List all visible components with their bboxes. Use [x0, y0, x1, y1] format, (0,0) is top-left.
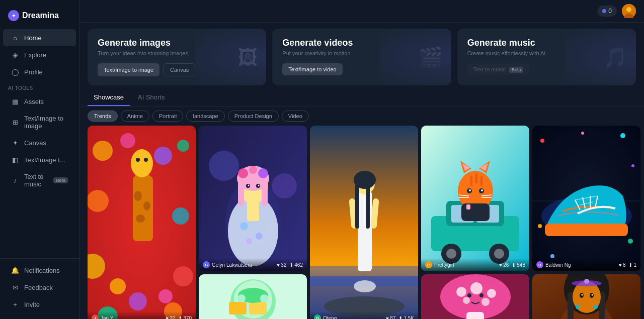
- profile-icon: ◯: [11, 68, 19, 76]
- logo: ✦ Dreamina: [0, 6, 79, 29]
- gallery-item-portrait2[interactable]: [532, 274, 640, 319]
- sidebar-item-explore[interactable]: ◈ Explore: [3, 46, 76, 63]
- gallery-item-woman[interactable]: O Oteng ♥ 87 ⬆ 1.5K: [310, 126, 418, 319]
- woman-likes: ♥ 87: [386, 315, 395, 320]
- gallery-item-mushroom[interactable]: [421, 274, 529, 319]
- hero-music-subtitle: Create music effortlessly with AI: [467, 50, 626, 56]
- filter-bar: Trends Anime Portrait landscape Product …: [79, 107, 644, 126]
- canvas-button[interactable]: Canvas: [164, 63, 195, 76]
- hero-images-buttons: Text/Image to image Canvas: [98, 63, 256, 76]
- sidebar-label-explore: Explore: [24, 51, 46, 59]
- sidebar-label-profile: Profile: [24, 68, 43, 76]
- notification-badge[interactable]: 0: [597, 6, 617, 17]
- shoe-boosts: ⬆ 1: [628, 262, 636, 268]
- assets-icon: ▦: [11, 97, 19, 105]
- gallery-item-shoe[interactable]: B Baldwin Ng ♥ 8 ⬆ 1: [532, 126, 640, 271]
- sidebar-item-home[interactable]: ⌂ Home: [3, 29, 76, 46]
- gallery-item-cat[interactable]: P Prettygirl ♥ 26 ⬆ 548: [421, 126, 529, 271]
- cat-author-name: Prettygirl: [434, 262, 454, 268]
- anime-stats: ♥ 32 ⬆ 462: [277, 262, 303, 268]
- invite-icon: +: [11, 300, 19, 308]
- hero-images-subtitle: Turn your ideas into stunning images: [98, 50, 256, 56]
- sidebar-item-notifications[interactable]: 🔔 Notifications: [3, 262, 76, 279]
- avatar[interactable]: [622, 4, 636, 18]
- filter-video[interactable]: Video: [282, 111, 309, 122]
- sidebar-bottom: 🔔 Notifications ✉ Feedback + Invite: [0, 258, 79, 313]
- tab-ai-shorts[interactable]: AI Shorts: [132, 89, 171, 106]
- tab-showcase[interactable]: Showcase: [88, 89, 130, 106]
- text-image2-icon: ◧: [11, 156, 19, 164]
- sidebar-label-text-image2: Text/Image t...: [24, 156, 65, 164]
- sidebar-item-feedback[interactable]: ✉ Feedback: [3, 279, 76, 296]
- anime-author-avatar: G: [203, 261, 210, 268]
- woman-author-name: Oteng: [323, 315, 337, 320]
- gallery: J Jan Y ♥ 32 ⬆ 370: [79, 126, 644, 319]
- shoe-stats: ♥ 8 ⬆ 1: [619, 262, 636, 268]
- shoe-author-name: Baldwin Ng: [545, 262, 571, 268]
- giraffe-author: J Jan Y: [92, 314, 113, 319]
- sidebar-label-feedback: Feedback: [24, 284, 53, 291]
- images-hero-icon: 🖼: [238, 46, 258, 68]
- notification-dot: [602, 9, 606, 13]
- sidebar-item-assets[interactable]: ▦ Assets: [3, 93, 76, 110]
- anime-boosts: ⬆ 462: [289, 262, 303, 268]
- text-image-to-image-button[interactable]: Text/Image to image: [98, 63, 159, 76]
- avatar-image: [622, 4, 636, 18]
- sidebar-label-notifications: Notifications: [24, 267, 60, 274]
- music-icon: ♪: [11, 176, 19, 184]
- sidebar-item-canvas[interactable]: ✦ Canvas: [3, 134, 76, 151]
- sidebar-item-invite[interactable]: + Invite: [3, 296, 76, 313]
- filter-anime[interactable]: Anime: [121, 111, 149, 122]
- showcase-tabs: Showcase AI Shorts: [79, 89, 644, 107]
- woman-boosts: ⬆ 1.5K: [398, 315, 414, 320]
- hero-videos-title: Generate videos: [282, 38, 441, 48]
- giraffe-likes: ♥ 32: [166, 315, 175, 320]
- gallery-item-food[interactable]: [199, 274, 307, 319]
- filter-portrait[interactable]: Portrait: [152, 111, 183, 122]
- explore-icon: ◈: [11, 51, 19, 59]
- filter-product-design[interactable]: Product Design: [228, 111, 279, 122]
- anime-footer: G Gelyn Lakwatsera ♥ 32 ⬆ 462: [199, 258, 307, 271]
- hero-music-title: Generate music: [467, 38, 626, 48]
- sidebar-label-text-music: Text to music: [24, 173, 46, 188]
- gallery-item-anime[interactable]: G Gelyn Lakwatsera ♥ 32 ⬆ 462: [199, 126, 307, 271]
- sidebar-item-text-image[interactable]: ⊞ Text/Image to image: [3, 110, 76, 134]
- music-beta-badge: Beta: [509, 67, 524, 73]
- giraffe-boosts: ⬆ 370: [178, 315, 192, 320]
- sidebar-label-canvas: Canvas: [24, 139, 46, 147]
- text-to-music-button: Text to music Beta: [467, 63, 530, 75]
- gallery-item-giraffe[interactable]: J Jan Y ♥ 32 ⬆ 370: [88, 126, 196, 319]
- hero-card-images: 🖼 Generate images Turn your ideas into s…: [88, 29, 266, 85]
- woman-footer: O Oteng ♥ 87 ⬆ 1.5K: [310, 311, 418, 319]
- sidebar-label-assets: Assets: [24, 98, 44, 105]
- logo-icon: ✦: [8, 10, 19, 21]
- hero-section: 🖼 Generate images Turn your ideas into s…: [79, 23, 644, 89]
- sidebar: ✦ Dreamina ⌂ Home ◈ Explore ◯ Profile AI…: [0, 0, 79, 319]
- sidebar-label-invite: Invite: [24, 301, 40, 308]
- hero-videos-buttons: Text/Image to video: [282, 63, 441, 75]
- sidebar-item-profile[interactable]: ◯ Profile: [3, 63, 76, 80]
- shoe-author: B Baldwin Ng: [536, 261, 571, 268]
- videos-hero-icon: 🎬: [418, 45, 443, 69]
- sidebar-item-text-music[interactable]: ♪ Text to music Beta: [3, 168, 76, 192]
- ai-tools-label: AI tools: [0, 80, 79, 93]
- cat-stats: ♥ 26 ⬆ 548: [499, 262, 525, 268]
- cat-author-avatar: P: [425, 261, 432, 268]
- hero-music-buttons: Text to music Beta: [467, 63, 626, 75]
- shoe-author-avatar: B: [536, 261, 543, 268]
- gallery-grid: J Jan Y ♥ 32 ⬆ 370: [88, 126, 636, 315]
- cat-footer: P Prettygirl ♥ 26 ⬆ 548: [421, 258, 529, 271]
- sidebar-item-text-image2[interactable]: ◧ Text/Image t...: [3, 151, 76, 168]
- text-image-to-video-button[interactable]: Text/Image to video: [282, 63, 342, 75]
- topbar: 0: [79, 0, 644, 23]
- sidebar-label-text-image: Text/Image to image: [24, 115, 68, 130]
- filter-trends[interactable]: Trends: [88, 111, 118, 122]
- shoe-likes: ♥ 8: [619, 262, 626, 268]
- shoe-footer: B Baldwin Ng ♥ 8 ⬆ 1: [532, 258, 640, 271]
- filter-landscape[interactable]: landscape: [186, 111, 224, 122]
- svg-point-1: [626, 7, 631, 12]
- giraffe-footer: J Jan Y ♥ 32 ⬆ 370: [88, 311, 196, 319]
- canvas-icon: ✦: [11, 139, 19, 147]
- anime-author: G Gelyn Lakwatsera: [203, 261, 252, 268]
- cat-boosts: ⬆ 548: [512, 262, 525, 268]
